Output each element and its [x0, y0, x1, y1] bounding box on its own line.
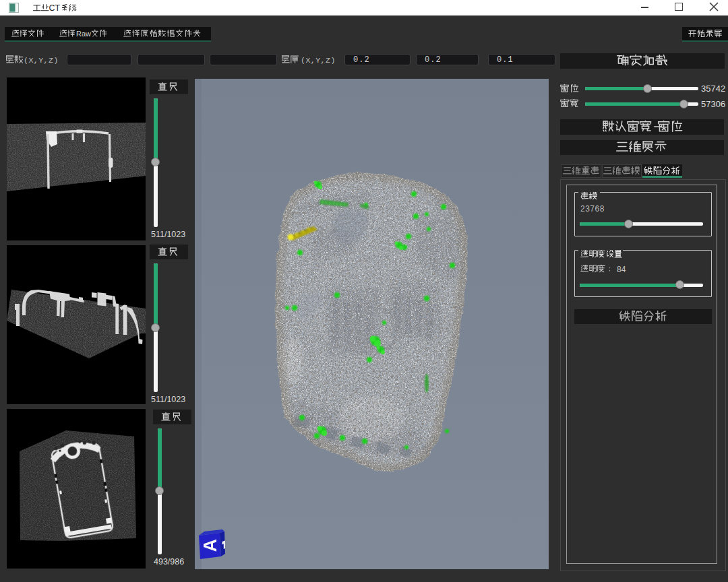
- svg-text:A: A: [200, 539, 220, 552]
